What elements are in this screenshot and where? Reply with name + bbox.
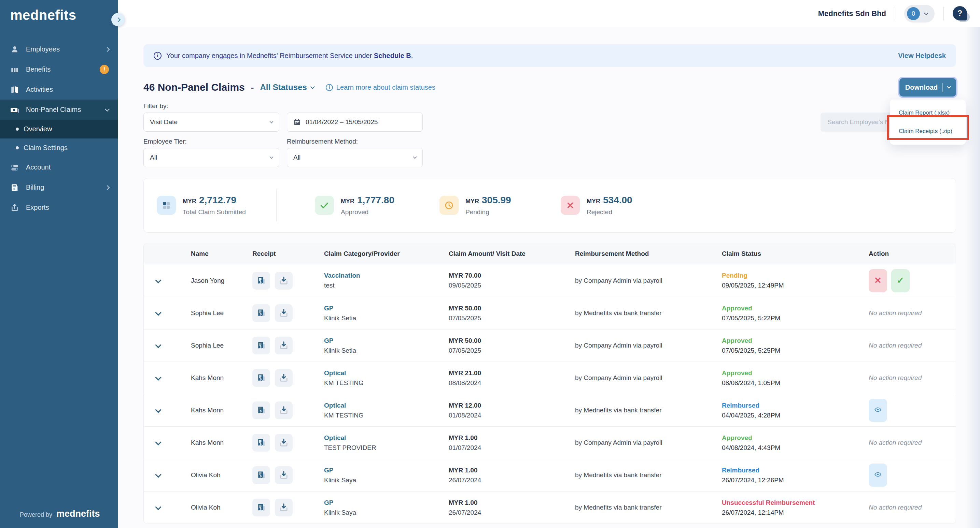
download-receipt-button[interactable] xyxy=(275,369,293,387)
menu-item-claim-report-xlsx[interactable]: Claim Report (.xlsx) xyxy=(890,104,966,122)
reject-claim-button[interactable]: ✕ xyxy=(869,269,887,292)
visit-date: 26/07/2024 xyxy=(449,477,569,484)
expand-row-chevron-icon[interactable] xyxy=(155,309,161,316)
claim-category-link[interactable]: Vaccination xyxy=(324,272,442,279)
download-receipt-button[interactable] xyxy=(275,272,293,290)
learn-more-link[interactable]: i Learn more about claim statuses xyxy=(326,84,435,91)
filter-type-select[interactable]: Visit Date xyxy=(143,113,279,132)
employee-name: Kahs Monn xyxy=(185,439,246,447)
expand-row-chevron-icon[interactable] xyxy=(155,277,161,283)
banner-text: Your company engages in Mednefits' Reimb… xyxy=(166,52,413,60)
view-receipt-button[interactable]: $ xyxy=(252,434,270,452)
download-receipt-button[interactable] xyxy=(275,401,293,419)
expand-row-chevron-icon[interactable] xyxy=(155,407,161,413)
view-receipt-button[interactable]: $ xyxy=(252,401,270,419)
view-receipt-button[interactable]: $ xyxy=(252,272,270,290)
expand-row-chevron-icon[interactable] xyxy=(155,471,161,477)
summary-label: Approved xyxy=(341,208,395,216)
claim-amount: MYR 1.00 xyxy=(449,466,569,474)
employee-name: Sophia Lee xyxy=(185,342,246,349)
claim-category-link[interactable]: GP xyxy=(324,304,442,312)
calendar-icon xyxy=(293,118,301,126)
reimbursement-method: by Mednefits via bank transfer xyxy=(569,471,716,479)
summary-label: Rejected xyxy=(587,208,632,216)
employee-name: Olivia Koh xyxy=(185,504,246,511)
sidebar-footer: Powered by mednefits xyxy=(0,509,118,528)
claim-status-date: 26/07/2024, 12:26PM xyxy=(722,477,862,484)
notification-dropdown[interactable]: 0 xyxy=(904,5,935,22)
claim-category-link[interactable]: GP xyxy=(324,337,442,344)
table-row: Sophia Lee $ GP Klinik Setia xyxy=(144,297,956,329)
menu-item-claim-receipts-zip[interactable]: Claim Receipts (.zip) xyxy=(890,122,966,141)
page-title: 46 Non-Panel Claims xyxy=(143,81,245,93)
employee-tier-select[interactable]: All xyxy=(143,148,279,167)
download-receipt-button[interactable] xyxy=(275,337,293,354)
filter-by-label: Filter by: xyxy=(143,102,956,110)
sidebar: mednefits Employees Benefits ! Activitie… xyxy=(0,0,118,528)
expand-row-chevron-icon[interactable] xyxy=(155,504,161,510)
sidebar-item-claim-settings[interactable]: Claim Settings xyxy=(0,138,118,157)
sidebar-item-activities[interactable]: Activities xyxy=(0,79,118,100)
claim-provider: Klinik Saya xyxy=(324,477,442,484)
claim-category-link[interactable]: GP xyxy=(324,499,442,506)
view-receipt-button[interactable]: $ xyxy=(252,304,270,322)
claim-amount: MYR 50.00 xyxy=(449,304,569,312)
sidebar-item-billing[interactable]: $ Billing xyxy=(0,178,118,198)
view-receipt-button[interactable]: $ xyxy=(252,499,270,516)
reimbursement-method: by Mednefits via bank transfer xyxy=(569,504,716,511)
download-receipt-button[interactable] xyxy=(275,304,293,322)
download-dropdown-menu: Claim Report (.xlsx) Claim Receipts (.zi… xyxy=(890,100,966,144)
sidebar-item-account[interactable]: Account xyxy=(0,157,118,178)
amount-value: 305.99 xyxy=(482,195,511,206)
sidebar-collapse-button[interactable] xyxy=(111,13,125,26)
action-cell xyxy=(862,399,956,422)
chevron-down-icon xyxy=(269,155,273,159)
header-name: Name xyxy=(185,250,246,257)
sidebar-item-non-panel-claims[interactable]: Non-Panel Claims xyxy=(0,100,118,120)
download-icon xyxy=(279,341,288,350)
x-icon: ✕ xyxy=(874,275,882,286)
download-icon xyxy=(279,373,288,383)
claim-category-link[interactable]: GP xyxy=(324,466,442,474)
reimbursement-method-select[interactable]: All xyxy=(287,148,423,167)
view-receipt-button[interactable]: $ xyxy=(252,466,270,484)
chevron-down-icon xyxy=(269,119,273,123)
claim-status: Reimbursed xyxy=(722,466,862,474)
receipt-icon: $ xyxy=(256,308,266,318)
claim-status: Approved xyxy=(722,304,862,312)
receipt-icon: $ xyxy=(256,503,266,512)
book-icon xyxy=(10,85,20,95)
download-receipt-button[interactable] xyxy=(275,466,293,484)
header-status: Claim Status xyxy=(716,250,862,257)
expand-row-chevron-icon[interactable] xyxy=(155,374,161,380)
claim-category-link[interactable]: Optical xyxy=(324,434,442,442)
visit-date: 08/08/2024 xyxy=(449,379,569,387)
view-receipt-button[interactable]: $ xyxy=(252,369,270,387)
download-receipt-button[interactable] xyxy=(275,499,293,516)
date-range-input[interactable]: 01/04/2022 – 15/05/2025 xyxy=(287,113,423,132)
claim-status-date: 07/05/2025, 5:22PM xyxy=(722,314,862,322)
view-reimbursement-button[interactable] xyxy=(869,463,887,487)
claim-provider: KM TESTING xyxy=(324,379,442,387)
sidebar-item-benefits[interactable]: Benefits ! xyxy=(0,59,118,79)
expand-row-chevron-icon[interactable] xyxy=(155,439,161,445)
title-separator: - xyxy=(251,82,254,93)
claim-amount: MYR 21.00 xyxy=(449,369,569,377)
view-receipt-button[interactable]: $ xyxy=(252,337,270,354)
claim-category-link[interactable]: Optical xyxy=(324,402,442,409)
claim-category-link[interactable]: Optical xyxy=(324,369,442,377)
approve-claim-button[interactable]: ✓ xyxy=(891,269,910,292)
sidebar-item-employees[interactable]: Employees xyxy=(0,39,118,59)
help-button[interactable]: ? xyxy=(953,6,968,21)
sidebar-item-overview[interactable]: Overview xyxy=(0,120,118,138)
download-receipt-button[interactable] xyxy=(275,434,293,452)
sidebar-item-exports[interactable]: Exports xyxy=(0,198,118,217)
download-button[interactable]: Download xyxy=(899,78,956,97)
view-helpdesk-link[interactable]: View Helpdesk xyxy=(898,52,946,60)
header-amount: Claim Amount/ Visit Date xyxy=(442,250,569,257)
claim-provider: TEST PROVIDER xyxy=(324,444,442,452)
status-filter-dropdown[interactable]: All Statuses xyxy=(260,82,314,92)
expand-row-chevron-icon[interactable] xyxy=(155,342,161,348)
view-reimbursement-button[interactable] xyxy=(869,399,887,422)
header-receipt: Receipt xyxy=(246,250,318,257)
